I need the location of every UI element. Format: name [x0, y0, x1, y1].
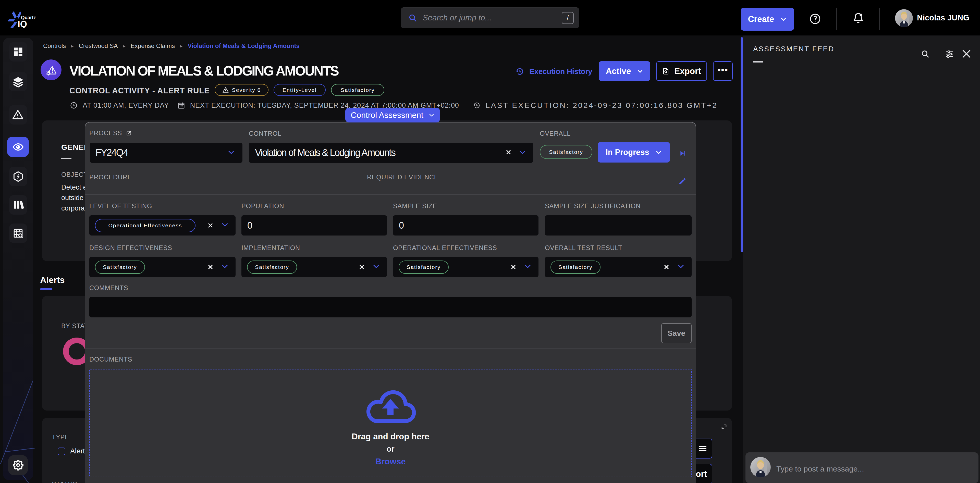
svg-text:IQ: IQ [18, 19, 27, 28]
